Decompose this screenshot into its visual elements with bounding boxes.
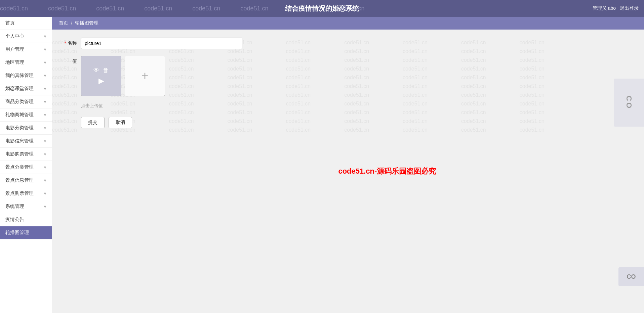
sidebar-item-label: 景点信息管理 [5,177,34,183]
thumb-actions: 👁 🗑 [93,67,109,74]
required-mark: ＊ [63,40,68,46]
sidebar-item-label: 电影分类管理 [5,125,34,131]
chevron-down-icon: ∨ [44,60,46,65]
sidebar-item-system[interactable]: 系统管理 ∨ [0,200,52,213]
chevron-down-icon: ∨ [44,100,46,104]
cursor-pointer-icon: ▶ [98,77,104,85]
plus-icon: + [141,69,148,83]
header: code51.cn code51.cn code51.cn code51.cn … [0,0,644,17]
sidebar-item-label: 婚恋课堂管理 [5,86,34,92]
watermark-text: code51.cn-源码乐园盗图必究 [338,166,436,176]
upload-hint-text[interactable]: 点击上传值 [81,103,103,109]
add-image-button[interactable]: + [125,56,165,96]
chevron-down-icon: ∨ [44,152,46,156]
sidebar-item-label: 景点分类管理 [5,164,34,170]
sidebar-item-label: 个人中心 [5,33,24,39]
sidebar-item-label: 地区管理 [5,59,24,65]
layout: 首页 个人中心 ∨ 用户管理 ∨ 地区管理 ∨ 我的真缘管理 ∨ 婚恋课堂管理 … [0,17,644,313]
logout-link[interactable]: 退出登录 [620,5,639,11]
sidebar-item-label: 轮播图管理 [5,230,29,236]
name-field-row: ＊名称 [60,38,636,49]
sidebar-item-label: 礼物商城管理 [5,112,34,118]
chevron-down-icon: ∨ [44,74,46,78]
chevron-down-icon: ∨ [44,139,46,143]
chevron-down-icon: ∨ [44,165,46,170]
name-label: ＊名称 [60,40,77,46]
sidebar-item-goods-category[interactable]: 商品分类管理 ∨ [0,95,52,108]
sidebar-item-label: 电影信息管理 [5,138,34,144]
sidebar-item-carousel[interactable]: 轮播图管理 [0,226,52,239]
carousel-form: ＊名称 值 👁 🗑 ▶ [60,38,636,128]
breadcrumb: 首页 / 轮播图管理 [52,17,644,30]
sidebar-item-hunlian[interactable]: 婚恋课堂管理 ∨ [0,82,52,95]
sidebar-item-home[interactable]: 首页 [0,17,52,30]
content-area: code51.cncode51.cncode51.cncode51.cncode… [52,30,644,313]
chevron-down-icon: ∨ [44,126,46,130]
chevron-down-icon: ∨ [44,191,46,196]
app-title: 结合疫情情况的婚恋系统 [285,4,359,13]
chevron-down-icon: ∨ [44,34,46,39]
image-upload-row: 值 👁 🗑 ▶ + [60,56,636,96]
upload-hint-row: 点击上传值 [60,103,636,109]
co-badge-bottom: CO [618,267,644,286]
sidebar-item-label: 疫情公告 [5,217,24,223]
submit-button[interactable]: 提交 [81,117,105,128]
sidebar-item-yiqing[interactable]: 疫情公告 [0,213,52,226]
sidebar-item-movie-category[interactable]: 电影分类管理 ∨ [0,122,52,135]
sidebar-item-scenic-info[interactable]: 景点信息管理 ∨ [0,174,52,187]
sidebar-item-region[interactable]: 地区管理 ∨ [0,56,52,69]
sidebar-item-profile[interactable]: 个人中心 ∨ [0,30,52,43]
chevron-down-icon: ∨ [44,178,46,183]
chevron-down-icon: ∨ [44,87,46,91]
sidebar-item-scenic-category[interactable]: 景点分类管理 ∨ [0,161,52,174]
breadcrumb-home[interactable]: 首页 [59,20,68,26]
sidebar-item-label: 首页 [5,20,15,26]
sidebar-item-label: 用户管理 [5,46,24,52]
sidebar-item-user-manage[interactable]: 用户管理 ∨ [0,43,52,56]
sidebar-item-gift-shop[interactable]: 礼物商城管理 ∨ [0,108,52,122]
chevron-down-icon: ∨ [44,47,46,52]
chevron-down-icon: ∨ [44,205,46,209]
admin-label: 管理员 abo [593,5,616,11]
sidebar-item-label: 景点购票管理 [5,190,34,196]
delete-icon[interactable]: 🗑 [103,67,109,74]
sidebar-item-scenic-ticket[interactable]: 景点购票管理 ∨ [0,187,52,200]
sidebar-item-label: 系统管理 [5,204,24,210]
sidebar-item-label: 电影购票管理 [5,151,34,157]
sidebar-item-movie-ticket[interactable]: 电影购票管理 ∨ [0,148,52,161]
sidebar-item-label: 商品分类管理 [5,99,34,105]
cancel-button[interactable]: 取消 [109,117,132,128]
image-upload-area: 👁 🗑 ▶ + [81,56,165,96]
breadcrumb-current: 轮播图管理 [75,20,98,26]
form-buttons: 提交 取消 [81,117,636,128]
sidebar: 首页 个人中心 ∨ 用户管理 ∨ 地区管理 ∨ 我的真缘管理 ∨ 婚恋课堂管理 … [0,17,52,313]
image-thumbnail[interactable]: 👁 🗑 ▶ [81,56,121,96]
image-label: 值 [60,56,77,64]
chevron-down-icon: ∨ [44,113,46,117]
sidebar-item-label: 我的真缘管理 [5,73,34,79]
main-area: 首页 / 轮播图管理 code51.cncode51.cncode51.cnco… [52,17,644,313]
sidebar-item-movie-info[interactable]: 电影信息管理 ∨ [0,135,52,148]
name-input[interactable] [81,38,242,49]
sidebar-item-zhenyuan[interactable]: 我的真缘管理 ∨ [0,69,52,82]
breadcrumb-separator: / [71,20,72,26]
preview-icon[interactable]: 👁 [93,67,99,74]
header-user-area: 管理员 abo 退出登录 [593,0,639,17]
